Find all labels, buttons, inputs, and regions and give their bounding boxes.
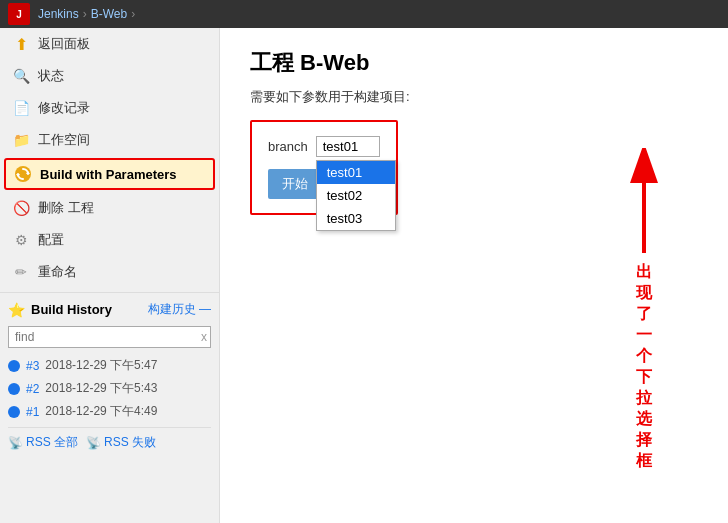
doc-icon: 📄 (12, 99, 30, 117)
build-params-icon (14, 165, 32, 183)
build-link-3[interactable]: #3 (26, 359, 39, 373)
main-content: 工程 B-Web 需要如下参数用于构建项目: branch test01 tes… (220, 28, 728, 523)
build-item-1: #1 2018-12-29 下午4:49 (8, 400, 211, 423)
sidebar-label-workspace: 工作空间 (38, 131, 90, 149)
find-input-wrap: x (8, 326, 211, 348)
branch-select[interactable]: test01 test02 test03 (316, 136, 380, 157)
branch-select-wrap: test01 test02 test03 test01 test02 test0… (316, 136, 380, 157)
dropdown-menu: test01 test02 test03 (316, 160, 396, 231)
breadcrumb-sep-1: › (83, 7, 87, 21)
sidebar-item-build-params[interactable]: Build with Parameters (4, 158, 215, 190)
sidebar-item-back-dashboard[interactable]: ⬆ 返回面板 (0, 28, 219, 60)
search-icon: 🔍 (12, 67, 30, 85)
sidebar-item-configure[interactable]: ⚙ 配置 (0, 224, 219, 256)
sidebar-item-status[interactable]: 🔍 状态 (0, 60, 219, 92)
sidebar-label-back: 返回面板 (38, 35, 90, 53)
ban-icon: 🚫 (12, 199, 30, 217)
sidebar-label-changelog: 修改记录 (38, 99, 90, 117)
sidebar-item-delete[interactable]: 🚫 删除 工程 (0, 192, 219, 224)
rss-icon-fail: 📡 (86, 436, 101, 450)
sidebar-label-rename: 重命名 (38, 263, 77, 281)
sidebar-label-build-params: Build with Parameters (40, 167, 177, 182)
rss-icon-all: 📡 (8, 436, 23, 450)
build-start-button[interactable]: 开始 (268, 169, 322, 199)
breadcrumb: Jenkins › B-Web › (38, 7, 135, 21)
build-time-2: 2018-12-29 下午5:43 (45, 380, 157, 397)
sidebar-label-status: 状态 (38, 67, 64, 85)
build-history-header: ⭐ Build History 构建历史 — (8, 301, 211, 318)
dropdown-item-test01[interactable]: test01 (317, 161, 395, 184)
subtitle: 需要如下参数用于构建项目: (250, 88, 698, 106)
arrow-annotation: 出现了一个下拉选择框 (640, 148, 648, 472)
build-status-dot-1 (8, 406, 20, 418)
breadcrumb-jenkins[interactable]: Jenkins (38, 7, 79, 21)
build-status-dot-3 (8, 360, 20, 372)
sidebar-item-workspace[interactable]: 📁 工作空间 (0, 124, 219, 156)
build-status-dot-2 (8, 383, 20, 395)
sidebar-item-changelog[interactable]: 📄 修改记录 (0, 92, 219, 124)
build-form-box: branch test01 test02 test03 test01 test0… (250, 120, 398, 215)
branch-label: branch (268, 139, 308, 154)
up-arrow-icon: ⬆ (12, 35, 30, 53)
annotation-text: 出现了一个下拉选择框 (636, 262, 652, 472)
build-time-1: 2018-12-29 下午4:49 (45, 403, 157, 420)
build-item-2: #2 2018-12-29 下午5:43 (8, 377, 211, 400)
sidebar-label-delete: 删除 工程 (38, 199, 94, 217)
find-input[interactable] (8, 326, 211, 348)
page-title: 工程 B-Web (250, 48, 698, 78)
gear-icon: ⚙ (12, 231, 30, 249)
build-item-3: #3 2018-12-29 下午5:47 (8, 354, 211, 377)
branch-row: branch test01 test02 test03 test01 test0… (268, 136, 380, 157)
rss-links: 📡 RSS 全部 📡 RSS 失败 (8, 427, 211, 451)
sidebar: ⬆ 返回面板 🔍 状态 📄 修改记录 📁 工作空间 Build with Par… (0, 28, 220, 523)
sidebar-item-rename[interactable]: ✏ 重命名 (0, 256, 219, 288)
build-history-link[interactable]: 构建历史 — (148, 301, 211, 318)
logo-text: J (16, 9, 22, 20)
build-history-title: ⭐ Build History (8, 302, 112, 318)
sidebar-label-configure: 配置 (38, 231, 64, 249)
arrow-svg (609, 148, 679, 258)
rss-all-link[interactable]: 📡 RSS 全部 (8, 434, 78, 451)
build-link-1[interactable]: #1 (26, 405, 39, 419)
build-time-3: 2018-12-29 下午5:47 (45, 357, 157, 374)
folder-icon: 📁 (12, 131, 30, 149)
rename-icon: ✏ (12, 263, 30, 281)
breadcrumb-bweb[interactable]: B-Web (91, 7, 127, 21)
build-history-section: ⭐ Build History 构建历史 — x #3 2018-12-29 下… (0, 292, 219, 459)
star-icon: ⭐ (8, 302, 25, 318)
layout: ⬆ 返回面板 🔍 状态 📄 修改记录 📁 工作空间 Build with Par… (0, 28, 728, 523)
dropdown-item-test03[interactable]: test03 (317, 207, 395, 230)
build-link-2[interactable]: #2 (26, 382, 39, 396)
jenkins-logo: J (8, 3, 30, 25)
rss-fail-link[interactable]: 📡 RSS 失败 (86, 434, 156, 451)
dropdown-item-test02[interactable]: test02 (317, 184, 395, 207)
header: J Jenkins › B-Web › (0, 0, 728, 28)
breadcrumb-sep-2: › (131, 7, 135, 21)
find-clear-button[interactable]: x (201, 330, 207, 344)
